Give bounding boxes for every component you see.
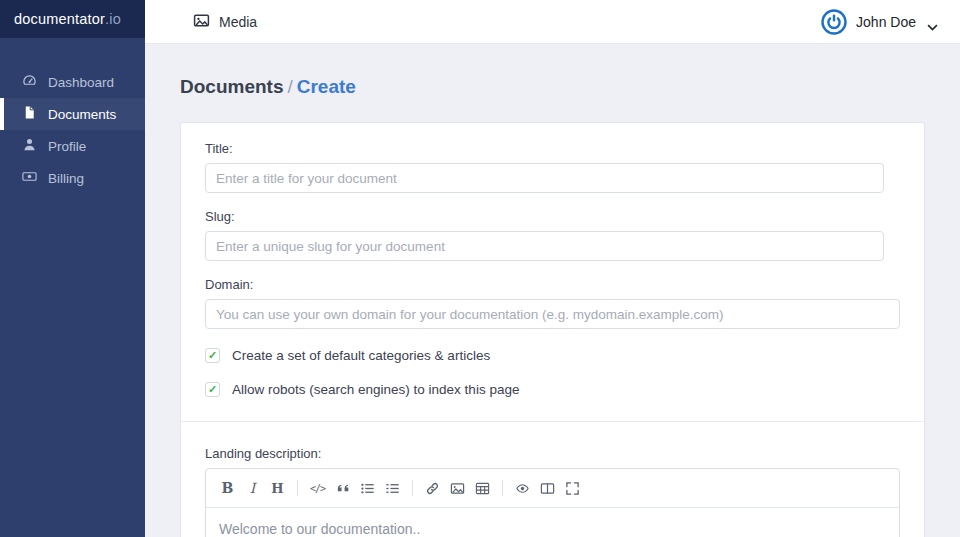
heading-icon[interactable]: H [265, 476, 290, 500]
allow-robots-checkbox[interactable]: ✓ [205, 382, 220, 397]
quote-icon[interactable] [330, 476, 355, 500]
bold-icon[interactable]: B [215, 476, 240, 500]
document-icon [22, 105, 37, 123]
title-label: Title: [205, 141, 900, 156]
default-categories-row: ✓ Create a set of default categories & a… [205, 348, 900, 363]
domain-label: Domain: [205, 277, 900, 292]
toolbar-separator [502, 480, 503, 496]
editor-toolbar: B I H </> [206, 469, 899, 508]
markdown-editor: B I H </> [205, 468, 900, 537]
allow-robots-row: ✓ Allow robots (search engines) to index… [205, 382, 900, 397]
breadcrumb-current: Create [297, 76, 356, 97]
media-label: Media [219, 14, 257, 30]
landing-description-label: Landing description: [205, 446, 900, 461]
slug-group: Slug: [205, 209, 900, 261]
toolbar-separator [412, 480, 413, 496]
media-image-icon [193, 12, 210, 32]
preview-eye-icon[interactable] [510, 476, 535, 500]
breadcrumb-section: Documents [180, 76, 283, 97]
code-icon[interactable]: </> [305, 476, 330, 500]
sidebar-item-billing[interactable]: Billing [0, 162, 145, 194]
title-group: Title: [205, 141, 900, 193]
sidebar-item-documents[interactable]: Documents [0, 98, 145, 130]
default-categories-checkbox[interactable]: ✓ [205, 348, 220, 363]
landing-description-textarea[interactable] [206, 508, 899, 537]
main: Media John Doe Documents/Create Title: [145, 0, 960, 537]
sidebar-item-label: Profile [48, 139, 86, 154]
default-categories-label: Create a set of default categories & art… [232, 348, 490, 363]
chevron-down-icon [927, 18, 938, 25]
domain-group: Domain: [205, 277, 900, 329]
unordered-list-icon[interactable] [355, 476, 380, 500]
side-by-side-icon[interactable] [535, 476, 560, 500]
media-menu-item[interactable]: Media [193, 12, 257, 32]
topbar: Media John Doe [145, 0, 960, 44]
table-icon[interactable] [470, 476, 495, 500]
user-menu[interactable]: John Doe [821, 9, 938, 35]
breadcrumb-separator: / [287, 76, 292, 97]
italic-icon[interactable]: I [240, 476, 265, 500]
toolbar-separator [297, 480, 298, 496]
link-icon[interactable] [420, 476, 445, 500]
dashboard-gauge-icon [22, 73, 37, 91]
landing-description-group: Landing description: B I H </> [205, 446, 900, 537]
slug-input[interactable] [205, 231, 884, 261]
image-icon[interactable] [445, 476, 470, 500]
ordered-list-icon[interactable] [380, 476, 405, 500]
billing-icon [22, 169, 37, 187]
sidebar-nav: Dashboard Documents Profile Billing [0, 38, 145, 194]
brand-logo[interactable]: documentator.io [0, 0, 145, 38]
sidebar-item-label: Dashboard [48, 75, 114, 90]
domain-input[interactable] [205, 299, 900, 329]
create-document-card: Title: Slug: Domain: ✓ Create a set of d… [180, 122, 925, 537]
section-divider [181, 421, 924, 422]
allow-robots-label: Allow robots (search engines) to index t… [232, 382, 519, 397]
breadcrumb: Documents/Create [180, 76, 925, 98]
brand-tld: .io [105, 11, 121, 27]
user-icon [22, 137, 37, 155]
title-input[interactable] [205, 163, 884, 193]
app: documentator.io Dashboard Documents Prof… [0, 0, 960, 537]
sidebar-item-dashboard[interactable]: Dashboard [0, 66, 145, 98]
fullscreen-icon[interactable] [560, 476, 585, 500]
slug-label: Slug: [205, 209, 900, 224]
user-avatar-logo-icon [821, 9, 847, 35]
sidebar-item-profile[interactable]: Profile [0, 130, 145, 162]
brand-name: documentator [14, 11, 105, 27]
sidebar-item-label: Documents [48, 107, 116, 122]
user-name: John Doe [856, 14, 916, 30]
page-content: Documents/Create Title: Slug: Domain: ✓ [145, 44, 960, 537]
sidebar-item-label: Billing [48, 171, 84, 186]
sidebar: documentator.io Dashboard Documents Prof… [0, 0, 145, 537]
